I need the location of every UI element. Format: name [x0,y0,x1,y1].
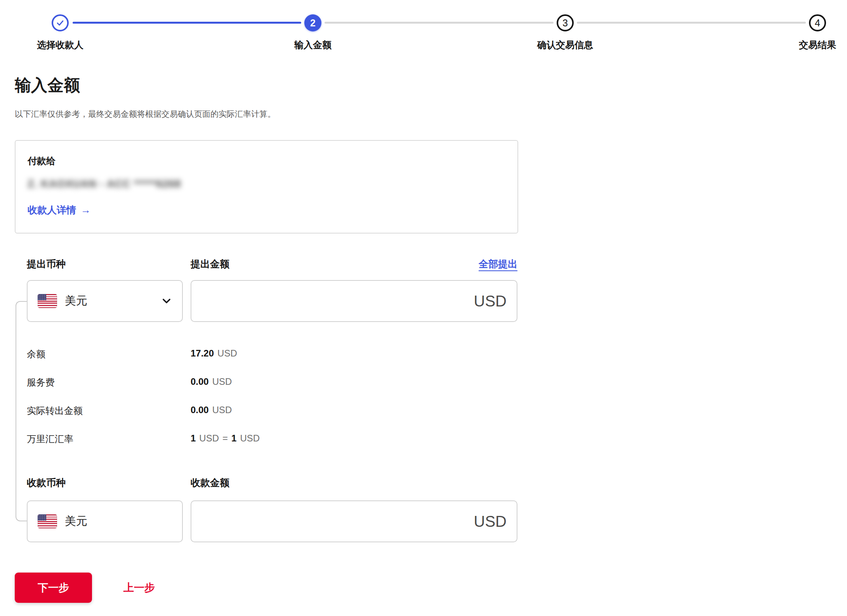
us-flag-icon [38,514,57,528]
recipient-card: 付款给 Z. KAOXUAN - ACC *****6268 收款人详情 → [15,140,518,234]
arrow-right-icon: → [81,204,91,216]
detail-row-value: 0.00USD [191,405,235,415]
page-title: 输入金额 [15,74,80,96]
receive-amount-input[interactable] [201,512,468,531]
withdraw-amount-label: 提出金额 [191,258,229,270]
step-2-number: 2 [310,17,316,29]
withdraw-currency-value: 美元 [65,293,153,309]
us-flag-icon [38,294,57,308]
detail-row: 服务费 0.00USD [27,376,517,405]
receive-amount-currency-suffix: USD [474,513,507,530]
receive-currency-value: 美元 [65,514,172,529]
recipient-details-link-label: 收款人详情 [28,204,76,216]
detail-row: 余额 17.20USD [27,348,517,376]
currency-link-connector [16,301,27,521]
stepper-connector-active [73,22,301,24]
detail-row-value: 1USD=1USD [191,433,263,444]
withdraw-amount-field: USD [191,280,517,322]
detail-row-value: 17.20USD [191,348,241,359]
withdraw-currency-select[interactable]: 美元 [27,280,183,322]
step-4-label: 交易结果 [799,39,836,51]
page-subtitle: 以下汇率仅供参考，最终交易金额将根据交易确认页面的实际汇率计算。 [15,109,276,119]
back-button[interactable]: 上一步 [116,573,162,603]
us-flag-canton [38,514,46,521]
detail-row-label: 余额 [27,348,191,360]
detail-row: 实际转出金额 0.00USD [27,405,517,433]
recipient-card-heading: 付款给 [28,155,56,167]
withdraw-currency-label: 提出币种 [27,258,66,270]
step-1-indicator [52,14,69,31]
next-button[interactable]: 下一步 [15,573,92,603]
step-3-number: 3 [562,17,568,29]
detail-row: 万里汇汇率 1USD=1USD [27,433,517,461]
details-list: 余额 17.20USD 服务费 0.00USD 实际转出金额 0.00USD 万… [27,348,517,461]
transfer-wizard-page: 2 3 4 选择收款人 输入金额 确认交易信息 交易结果 输入金额 以下汇率仅供… [0,0,847,616]
step-2-indicator: 2 [304,14,321,31]
us-flag-canton [38,294,46,300]
step-3-indicator: 3 [557,14,574,31]
stepper-connector [577,22,806,24]
withdraw-all-link[interactable]: 全部提出 [479,258,517,270]
receive-amount-label: 收款金额 [191,476,229,489]
withdraw-amount-input[interactable] [201,292,468,310]
step-2-label: 输入金额 [294,39,332,51]
chevron-down-icon [161,296,172,306]
recipient-details-link[interactable]: 收款人详情 → [28,204,91,216]
receive-currency-label: 收款币种 [27,476,66,489]
detail-row-label: 万里汇汇率 [27,433,191,445]
detail-row-label: 服务费 [27,376,191,389]
stepper-connector [325,22,554,24]
withdraw-amount-currency-suffix: USD [474,292,507,310]
step-4-indicator: 4 [809,14,826,31]
detail-row-value: 0.00USD [191,376,235,387]
step-3-label: 确认交易信息 [537,39,593,51]
step-1-label: 选择收款人 [37,39,83,51]
recipient-masked-name: Z. KAOXUAN - ACC *****6268 [28,178,181,190]
step-4-number: 4 [815,17,820,29]
check-icon [56,18,65,28]
receive-currency-select: 美元 [27,500,183,542]
detail-row-label: 实际转出金额 [27,405,191,417]
receive-amount-field: USD [191,500,517,542]
